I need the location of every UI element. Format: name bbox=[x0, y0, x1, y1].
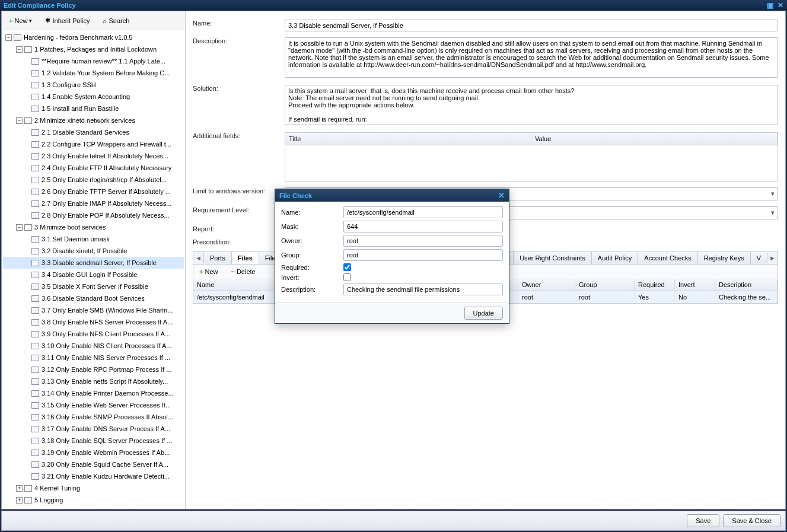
tree-item[interactable]: 1.5 Install and Run Bastille bbox=[3, 103, 184, 114]
modal-update-button[interactable]: Update bbox=[464, 307, 503, 320]
grid-col-value[interactable]: Value bbox=[531, 133, 778, 145]
tab-user-right-constraints[interactable]: User Right Constraints bbox=[514, 252, 592, 264]
tree-item[interactable]: **Require human review** 1.1 Apply Late.… bbox=[3, 55, 184, 67]
tree-item[interactable]: −1 Patches, Packages and Initial Lockdow… bbox=[3, 43, 184, 55]
tab-audit-policy[interactable]: Audit Policy bbox=[592, 252, 638, 264]
tab-registry-keys[interactable]: Registry Keys bbox=[698, 252, 751, 264]
tree-item[interactable]: 3.1 Set Daemon umask bbox=[3, 233, 184, 245]
tree-item[interactable]: +4 Kernel Tuning bbox=[3, 482, 184, 494]
tree-item[interactable]: 2.2 Configure TCP Wrappers and Firewall … bbox=[3, 138, 184, 150]
tab-scroll-right[interactable]: ► bbox=[767, 253, 778, 263]
tab-files[interactable]: Files bbox=[232, 252, 259, 264]
save-close-button[interactable]: Save & Close bbox=[723, 514, 780, 527]
restore-icon[interactable]: ▣ bbox=[767, 1, 773, 9]
tree-item[interactable]: 3.2 Disable xinetd, If Possible bbox=[3, 245, 184, 257]
sheet-icon bbox=[31, 70, 39, 77]
tree-item[interactable]: 3.13 Only Enable netfs Script If Absolut… bbox=[3, 375, 184, 387]
tree-item[interactable]: 3.6 Disable Standard Boot Services bbox=[3, 292, 184, 304]
modal-owner-input[interactable] bbox=[343, 235, 503, 247]
modal-group-input[interactable] bbox=[343, 249, 503, 261]
tree-item[interactable]: 1.3 Configure SSH bbox=[3, 79, 184, 91]
tab-ports[interactable]: Ports bbox=[204, 252, 232, 264]
collapse-icon[interactable]: − bbox=[16, 117, 23, 124]
files-col-owner[interactable]: Owner bbox=[518, 279, 575, 291]
tree-label: 3.6 Disable Standard Boot Services bbox=[42, 295, 145, 302]
modal-description-input[interactable] bbox=[343, 283, 503, 295]
sheet-icon bbox=[31, 378, 39, 385]
tree-item[interactable]: 3.15 Only Enable Web Server Processes If… bbox=[3, 399, 184, 411]
tree-item[interactable]: 2.1 Disable Standard Services bbox=[3, 126, 184, 138]
tree-item[interactable]: 3.12 Only Enable RPC Portmap Process If … bbox=[3, 364, 184, 375]
modal-required-checkbox[interactable] bbox=[343, 263, 351, 271]
close-window-icon[interactable]: ✕ bbox=[778, 1, 783, 9]
tree-item[interactable]: 2.6 Only Enable TFTP Server if Absolutel… bbox=[3, 186, 184, 197]
files-new-button[interactable]: +New bbox=[196, 267, 221, 276]
solution-textarea[interactable]: Is this system a mail server that is, do… bbox=[285, 85, 778, 125]
cell-group: root bbox=[575, 291, 635, 303]
tree-item[interactable]: 3.10 Only Enable NIS Client Processes If… bbox=[3, 340, 184, 352]
tab-account-checks[interactable]: Account Checks bbox=[638, 252, 697, 264]
tree-item[interactable]: 3.18 Only Enable SQL Server Processes If… bbox=[3, 435, 184, 447]
modal-name-input[interactable] bbox=[343, 206, 503, 218]
collapse-icon[interactable]: − bbox=[16, 46, 23, 53]
tree-label: 3.14 Only Enable Printer Daemon Processe… bbox=[42, 390, 174, 397]
tree-item[interactable]: −Hardening - fedora Benchmark v1.0.5 bbox=[3, 31, 184, 43]
tree-item[interactable]: 3.9 Only Enable NFS Client Processes If … bbox=[3, 328, 184, 340]
tree-item[interactable]: 3.20 Only Enable Squid Cache Server If A… bbox=[3, 458, 184, 470]
grid-col-title[interactable]: Title bbox=[285, 133, 531, 145]
tree-item[interactable]: 3.3 Disable sendmail Server, If Possible bbox=[3, 257, 184, 269]
files-col-required[interactable]: Required bbox=[635, 279, 675, 291]
tree-label: 1.4 Enable System Accounting bbox=[42, 93, 130, 100]
tree-label: **Require human review** 1.1 Apply Late.… bbox=[42, 58, 165, 65]
tree-item[interactable]: 3.16 Only Enable SNMP Processes If Absol… bbox=[3, 411, 184, 423]
sheet-icon bbox=[31, 272, 39, 278]
tab-scroll-left[interactable]: ◄ bbox=[193, 253, 204, 263]
expand-icon[interactable]: + bbox=[16, 497, 23, 504]
tree-item[interactable]: 3.8 Only Enable NFS Server Processes If … bbox=[3, 316, 184, 328]
modal-close-icon[interactable]: ✕ bbox=[498, 191, 505, 200]
tree-item[interactable]: +5 Logging bbox=[3, 494, 184, 506]
modal-title-bar[interactable]: File Check ✕ bbox=[275, 189, 509, 202]
files-col-description[interactable]: Description bbox=[715, 279, 778, 291]
tree-item[interactable]: 1.4 Enable System Accounting bbox=[3, 91, 184, 103]
cell-invert: No bbox=[675, 291, 715, 303]
tree-item[interactable]: 2.5 Only Enable rlogin/rsh/rcp If Absolu… bbox=[3, 174, 184, 186]
sheet-icon bbox=[31, 426, 39, 432]
files-col-invert[interactable]: Invert bbox=[675, 279, 715, 291]
tree-item[interactable]: 3.21 Only Enable Kudzu Hardware Detecti.… bbox=[3, 470, 184, 482]
tree-item[interactable]: 2.8 Only Enable POP If Absolutely Necess… bbox=[3, 209, 184, 221]
sheet-icon bbox=[31, 390, 39, 397]
modal-mask-input[interactable] bbox=[343, 221, 503, 232]
name-input[interactable] bbox=[285, 20, 778, 31]
tree-label: 3.7 Only Enable SMB (Windows File Sharin… bbox=[42, 307, 173, 314]
description-textarea[interactable]: It is possible to run a Unix system with… bbox=[285, 37, 778, 78]
modal-invert-checkbox[interactable] bbox=[343, 273, 351, 281]
tab-v-partial[interactable]: V bbox=[751, 252, 767, 264]
collapse-icon[interactable]: − bbox=[16, 224, 23, 231]
tree-item[interactable]: 3.4 Disable GUI Login If Possible bbox=[3, 269, 184, 281]
tree-item[interactable]: 2.3 Only Enable telnet If Absolutely Nec… bbox=[3, 150, 184, 162]
files-delete-button[interactable]: −Delete bbox=[227, 267, 259, 276]
save-button[interactable]: Save bbox=[687, 514, 719, 527]
tree-item[interactable]: −3 Minimize boot services bbox=[3, 221, 184, 233]
collapse-icon[interactable]: − bbox=[5, 34, 12, 41]
tree-item[interactable]: 3.17 Only Enable DNS Server Process If A… bbox=[3, 423, 184, 435]
tree-item[interactable]: 3.14 Only Enable Printer Daemon Processe… bbox=[3, 387, 184, 399]
files-col-group[interactable]: Group bbox=[575, 279, 635, 291]
tree-item[interactable]: 1.2 Validate Your System Before Making C… bbox=[3, 67, 184, 79]
tree-item[interactable]: 3.19 Only Enable Webmin Processes If Ab.… bbox=[3, 447, 184, 458]
expand-icon[interactable]: + bbox=[16, 485, 23, 492]
tree-item[interactable]: 2.4 Only Enable FTP If Absolutely Necess… bbox=[3, 162, 184, 174]
tree-item[interactable]: 2.7 Only Enable IMAP If Absolutely Neces… bbox=[3, 197, 184, 209]
bottom-bar: Save Save & Close bbox=[1, 511, 786, 531]
tree-item[interactable]: 3.11 Only Enable NIS Server Processes If… bbox=[3, 352, 184, 364]
tree-label: 3.19 Only Enable Webmin Processes If Ab.… bbox=[42, 449, 170, 456]
tree-item[interactable]: 3.5 Disable X Font Server If Possible bbox=[3, 281, 184, 292]
tree-item[interactable]: 3.7 Only Enable SMB (Windows File Sharin… bbox=[3, 304, 184, 316]
inherit-policy-button[interactable]: ✱Inherit Policy bbox=[41, 14, 94, 27]
policy-tree[interactable]: −Hardening - fedora Benchmark v1.0.5−1 P… bbox=[2, 30, 185, 509]
tree-item[interactable]: −2 Minimize xinetd network services bbox=[3, 114, 184, 126]
new-button[interactable]: +New▾ bbox=[5, 15, 36, 27]
search-button[interactable]: ⌕Search bbox=[98, 15, 133, 27]
plus-icon: + bbox=[9, 17, 12, 24]
